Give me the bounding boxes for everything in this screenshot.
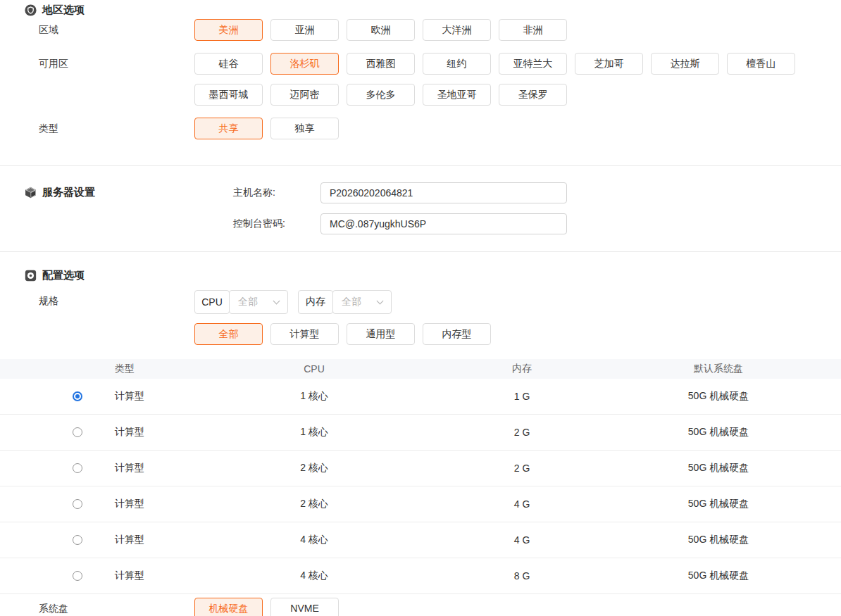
cell-cpu: 4 核心 xyxy=(199,570,429,582)
table-row[interactable]: 计算型 4 核心 8 G 50G 机械硬盘 xyxy=(0,558,841,594)
cell-type: 计算型 xyxy=(115,570,199,582)
region-section-header: 地区选项 xyxy=(0,4,841,17)
config-section-title: 配置选项 xyxy=(42,269,85,282)
chevron-down-icon xyxy=(377,297,384,304)
cell-memory: 2 G xyxy=(429,463,615,474)
zone-dallas[interactable]: 达拉斯 xyxy=(651,53,719,75)
type-label: 类型 xyxy=(0,118,194,135)
zone-seattle[interactable]: 西雅图 xyxy=(347,53,415,75)
category-option-compute[interactable]: 计算型 xyxy=(270,323,339,345)
cell-cpu: 1 核心 xyxy=(199,426,429,439)
cell-cpu: 1 核心 xyxy=(199,390,429,403)
chevron-down-icon xyxy=(273,297,280,304)
spec-radio[interactable] xyxy=(73,391,82,401)
category-option-memory[interactable]: 内存型 xyxy=(423,323,491,345)
zone-label: 可用区 xyxy=(0,53,194,70)
zone-toronto[interactable]: 多伦多 xyxy=(347,84,415,106)
console-password-label: 控制台密码: xyxy=(233,213,320,234)
spec-radio[interactable] xyxy=(73,463,82,473)
zone-new-york[interactable]: 纽约 xyxy=(423,53,491,75)
spec-radio[interactable] xyxy=(73,499,82,509)
cell-disk: 50G 机械硬盘 xyxy=(615,498,822,510)
region-section-title: 地区选项 xyxy=(42,4,85,17)
category-option-all[interactable]: 全部 xyxy=(194,323,263,345)
server-section-header: 服务器设置 xyxy=(0,186,233,199)
cpu-filter-label: CPU xyxy=(194,290,230,314)
region-section: 地区选项 区域 美洲 亚洲 欧洲 大洋洲 非洲 可用区 硅谷 洛杉矶 西雅图 纽… xyxy=(0,0,841,139)
cell-memory: 4 G xyxy=(429,498,615,510)
header-memory: 内存 xyxy=(429,363,615,375)
server-section: 服务器设置 主机名称: 控制台密码: xyxy=(0,166,841,234)
cell-cpu: 4 核心 xyxy=(199,534,429,546)
hostname-label: 主机名称: xyxy=(233,182,320,203)
zone-miami[interactable]: 迈阿密 xyxy=(270,84,339,106)
cell-type: 计算型 xyxy=(115,426,199,439)
cell-memory: 8 G xyxy=(429,570,615,582)
spec-table-header: 类型 CPU 内存 默认系统盘 xyxy=(0,359,841,379)
system-disk-options: 机械硬盘 NVME xyxy=(194,598,347,616)
area-options: 美洲 亚洲 欧洲 大洋洲 非洲 xyxy=(194,19,575,41)
cpu-filter-select[interactable]: 全部 xyxy=(229,290,288,314)
spec-radio[interactable] xyxy=(73,535,82,545)
cell-disk: 50G 机械硬盘 xyxy=(615,390,822,403)
cell-disk: 50G 机械硬盘 xyxy=(615,570,822,582)
area-option-asia[interactable]: 亚洲 xyxy=(270,19,339,41)
config-section-header: 配置选项 xyxy=(0,269,841,282)
table-row[interactable]: 计算型 1 核心 2 G 50G 机械硬盘 xyxy=(0,415,841,451)
cube-icon xyxy=(25,187,37,199)
memory-filter-value: 全部 xyxy=(342,296,361,308)
cell-disk: 50G 机械硬盘 xyxy=(615,462,822,474)
zone-silicon-valley[interactable]: 硅谷 xyxy=(194,53,263,75)
table-row[interactable]: 计算型 2 核心 4 G 50G 机械硬盘 xyxy=(0,486,841,522)
header-cpu: CPU xyxy=(199,363,429,375)
zone-mexico-city[interactable]: 墨西哥城 xyxy=(194,84,263,106)
shield-icon xyxy=(25,4,37,16)
zone-chicago[interactable]: 芝加哥 xyxy=(575,53,643,75)
config-section: 配置选项 规格 CPU 全部 内存 全部 全部 计算型 xyxy=(0,252,841,345)
cpu-filter-value: 全部 xyxy=(238,296,258,308)
spec-table: 类型 CPU 内存 默认系统盘 计算型 1 核心 1 G 50G 机械硬盘 计算… xyxy=(0,359,841,594)
system-disk-option-hdd[interactable]: 机械硬盘 xyxy=(194,598,263,616)
memory-filter-select[interactable]: 全部 xyxy=(332,290,392,314)
cell-disk: 50G 机械硬盘 xyxy=(615,534,822,546)
spec-radio[interactable] xyxy=(73,427,82,437)
zone-sao-paulo[interactable]: 圣保罗 xyxy=(499,84,567,106)
category-options: 全部 计算型 通用型 内存型 xyxy=(194,323,499,345)
memory-filter-group: 内存 全部 xyxy=(298,290,392,314)
cell-memory: 4 G xyxy=(429,534,615,546)
cell-type: 计算型 xyxy=(115,462,199,474)
zone-options: 硅谷 洛杉矶 西雅图 纽约 亚特兰大 芝加哥 达拉斯 檀香山 墨西哥城 迈阿密 … xyxy=(194,53,803,106)
zone-atlanta[interactable]: 亚特兰大 xyxy=(499,53,567,75)
type-option-shared[interactable]: 共享 xyxy=(194,118,263,139)
area-option-americas[interactable]: 美洲 xyxy=(194,19,263,41)
area-option-oceania[interactable]: 大洋洲 xyxy=(423,19,491,41)
header-type: 类型 xyxy=(115,363,199,375)
zone-santiago[interactable]: 圣地亚哥 xyxy=(423,84,491,106)
cpu-filter-group: CPU 全部 xyxy=(194,290,288,314)
cell-disk: 50G 机械硬盘 xyxy=(615,426,822,439)
console-password-input[interactable] xyxy=(320,213,567,234)
server-fields: 主机名称: 控制台密码: xyxy=(233,182,567,234)
system-disk-label: 系统盘 xyxy=(0,598,194,615)
table-row[interactable]: 计算型 2 核心 2 G 50G 机械硬盘 xyxy=(0,451,841,486)
header-default-disk: 默认系统盘 xyxy=(615,363,822,375)
table-row[interactable]: 计算型 4 核心 4 G 50G 机械硬盘 xyxy=(0,522,841,558)
type-options: 共享 独享 xyxy=(194,118,347,139)
table-row[interactable]: 计算型 1 核心 1 G 50G 机械硬盘 xyxy=(0,379,841,415)
category-option-general[interactable]: 通用型 xyxy=(347,323,415,345)
area-option-europe[interactable]: 欧洲 xyxy=(347,19,415,41)
cell-memory: 2 G xyxy=(429,427,615,438)
cell-cpu: 2 核心 xyxy=(199,462,429,474)
zone-los-angeles[interactable]: 洛杉矶 xyxy=(270,53,339,75)
cell-type: 计算型 xyxy=(115,534,199,546)
spec-radio[interactable] xyxy=(73,571,82,581)
zone-honolulu[interactable]: 檀香山 xyxy=(727,53,795,75)
cell-type: 计算型 xyxy=(115,390,199,403)
hostname-input[interactable] xyxy=(320,182,567,203)
area-option-africa[interactable]: 非洲 xyxy=(499,19,567,41)
type-option-dedicated[interactable]: 独享 xyxy=(270,118,339,139)
area-label: 区域 xyxy=(0,19,194,37)
cell-type: 计算型 xyxy=(115,498,199,510)
system-disk-option-nvme[interactable]: NVME xyxy=(270,598,339,616)
server-section-title: 服务器设置 xyxy=(42,186,95,199)
